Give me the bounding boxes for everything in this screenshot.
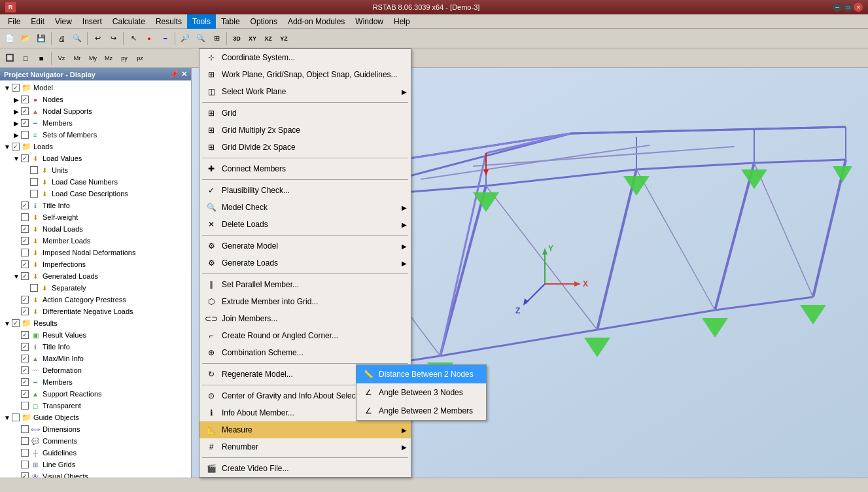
tree-nodal-loads[interactable]: ⬇ Nodal Loads (0, 223, 191, 235)
check-title-info[interactable] (21, 202, 29, 209)
tb-print[interactable]: 🖨 (54, 31, 69, 46)
check-model[interactable] (12, 84, 20, 92)
menu-results[interactable]: Results (150, 14, 187, 29)
check-nodal-loads[interactable] (21, 225, 29, 233)
tree-member-loads[interactable]: ⬇ Member Loads (0, 235, 191, 247)
tb-select[interactable]: ↖ (126, 31, 141, 46)
menu-edit[interactable]: Edit (26, 14, 50, 29)
expand-model[interactable]: ▼ (3, 83, 12, 92)
check-guide-objects[interactable] (12, 413, 20, 421)
tree-load-case-descriptions[interactable]: ⬇ Load Case Descriptions (0, 188, 191, 200)
menu-grid[interactable]: ⊞ Grid (200, 105, 411, 122)
check-result-values[interactable] (21, 331, 29, 339)
check-line-grids[interactable] (21, 461, 29, 468)
check-member-loads[interactable] (21, 237, 29, 245)
check-generated-loads[interactable] (21, 272, 29, 280)
check-imposed-nodal[interactable] (21, 249, 29, 256)
tree-nodal-supports[interactable]: ▶ ▲ Nodal Supports (0, 105, 191, 117)
expand-results[interactable]: ▼ (3, 319, 12, 328)
tree-self-weight[interactable]: ⬇ Self-weight (0, 211, 191, 223)
tree-guide-objects[interactable]: ▼ 📁 Guide Objects (0, 412, 191, 423)
menu-view[interactable]: View (50, 14, 77, 29)
tree-members[interactable]: ▶ ━ Members (0, 117, 191, 129)
check-load-values[interactable] (21, 154, 29, 162)
tb-undo[interactable]: ↩ (90, 31, 105, 46)
tb2-solid[interactable]: ■ (34, 51, 48, 65)
tb2-my[interactable]: My (86, 51, 100, 65)
tree-result-values[interactable]: ▣ Result Values (0, 329, 191, 341)
tree-model[interactable]: ▼ 📁 Model (0, 82, 191, 94)
check-deformation[interactable] (21, 366, 29, 374)
menu-addon[interactable]: Add-on Modules (283, 14, 350, 29)
close-button[interactable]: ✕ (854, 3, 863, 12)
tree-visual-objects[interactable]: 👁 Visual Objects (0, 470, 191, 478)
menu-help[interactable]: Help (389, 14, 415, 29)
tree-generated-loads[interactable]: ▼ ⬇ Generated Loads (0, 270, 191, 282)
menu-connect-members[interactable]: ✚ Connect Members (200, 160, 411, 177)
tree-loads[interactable]: ▼ 📁 Loads (0, 141, 191, 152)
tree-sets-of-members[interactable]: ▶ ≡ Sets of Members (0, 129, 191, 141)
tree-title-info2[interactable]: ℹ Title Info (0, 341, 191, 353)
menu-select-work-plane[interactable]: ◫ Select Work Plane ▶ (200, 83, 411, 100)
tb-xy[interactable]: XY (245, 31, 260, 46)
tb-preview[interactable]: 🔍 (70, 31, 84, 46)
tb2-pz[interactable]: pz (133, 51, 147, 65)
check-max-min-info[interactable] (21, 355, 29, 362)
tb-zoom-all[interactable]: ⊞ (209, 31, 224, 46)
menu-renumber[interactable]: # Renumber ▶ (200, 438, 411, 455)
menu-insert[interactable]: Insert (77, 14, 107, 29)
check-sets-of-members[interactable] (21, 131, 29, 139)
check-differentiate-neg[interactable] (21, 308, 29, 315)
check-members2[interactable] (21, 378, 29, 386)
tree-transparent[interactable]: ◻ Transparent (0, 400, 191, 412)
check-load-case-descriptions[interactable] (30, 190, 38, 198)
tb2-wire[interactable]: □ (18, 51, 33, 65)
check-visual-objects[interactable] (21, 472, 29, 478)
minimize-button[interactable]: ─ (833, 3, 842, 12)
expand-loads[interactable]: ▼ (3, 142, 12, 151)
expand-generated-loads[interactable]: ▼ (12, 272, 21, 281)
menu-table[interactable]: Table (216, 14, 245, 29)
expand-load-values[interactable]: ▼ (12, 154, 21, 163)
nav-close[interactable]: ✕ (181, 70, 187, 79)
expand-guide-objects[interactable]: ▼ (3, 413, 12, 422)
check-load-case-numbers[interactable] (30, 178, 38, 186)
menu-generate-loads[interactable]: ⚙ Generate Loads ▶ (200, 255, 411, 272)
expand-sets-of-members[interactable]: ▶ (12, 130, 21, 139)
tree-dimensions[interactable]: ⟺ Dimensions (0, 423, 191, 435)
menu-set-parallel[interactable]: ∥ Set Parallel Member... (200, 276, 411, 293)
tb-node[interactable]: ● (142, 31, 156, 46)
expand-nodes[interactable]: ▶ (12, 95, 21, 104)
tree-comments[interactable]: 💬 Comments (0, 435, 191, 447)
tb-yz[interactable]: YZ (277, 31, 291, 46)
menu-distance-2-nodes[interactable]: 📏 Distance Between 2 Nodes (356, 365, 486, 383)
menu-extrude[interactable]: ⬡ Extrude Member into Grid... (200, 293, 411, 310)
check-nodal-supports[interactable] (21, 107, 29, 115)
menu-create-video[interactable]: 🎬 Create Video File... (200, 460, 411, 477)
nav-pin[interactable]: 📌 (169, 70, 179, 79)
check-nodes[interactable] (21, 96, 29, 103)
menu-model-check[interactable]: 🔍 Model Check ▶ (200, 199, 411, 216)
tree-action-category[interactable]: ⬇ Action Category Prestress (0, 294, 191, 306)
menu-work-plane[interactable]: ⊞ Work Plane, Grid/Snap, Object Snap, Gu… (200, 66, 411, 83)
tree-load-values[interactable]: ▼ ⬇ Load Values (0, 152, 191, 164)
menu-grid-multiply[interactable]: ⊞ Grid Multiply 2x Space (200, 122, 411, 139)
tree-differentiate-neg[interactable]: ⬇ Differentiate Negative Loads (0, 306, 191, 317)
tb-xz[interactable]: XZ (261, 31, 275, 46)
tree-nodes[interactable]: ▶ ● Nodes (0, 94, 191, 105)
menu-calculate[interactable]: Calculate (107, 14, 150, 29)
check-comments[interactable] (21, 437, 29, 445)
menu-options[interactable]: Options (245, 14, 283, 29)
tb2-render[interactable]: 🔲 (3, 51, 17, 65)
expand-nodal-supports[interactable]: ▶ (12, 107, 21, 116)
tb2-py[interactable]: py (117, 51, 131, 65)
tb-redo[interactable]: ↪ (106, 31, 120, 46)
menu-measure[interactable]: 📐 Measure ▶ (200, 421, 411, 438)
menu-window[interactable]: Window (350, 14, 389, 29)
expand-members[interactable]: ▶ (12, 118, 21, 128)
tree-separately[interactable]: ⬇ Separately (0, 282, 191, 294)
tree-title-info[interactable]: ℹ Title Info (0, 200, 191, 211)
check-self-weight[interactable] (21, 213, 29, 221)
menu-create-corner[interactable]: ⌐ Create Round or Angled Corner... (200, 327, 411, 344)
tb-save[interactable]: 💾 (34, 31, 48, 46)
